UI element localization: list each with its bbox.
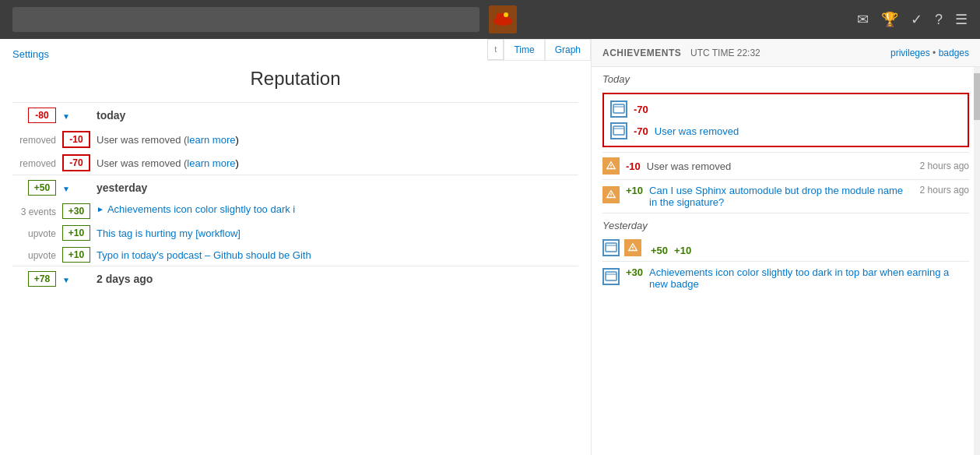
yesterday-stack-icon (624, 239, 641, 256)
yesterday-score-50: +50 (651, 245, 668, 256)
pos10-text-container: Can I use Sphinx automodule but drop the… (649, 185, 914, 208)
tab-time[interactable]: Time (504, 39, 544, 60)
yesterday-arrow[interactable]: ▼ (62, 185, 70, 193)
rep-row-typo: upvote +10 Typo in today's podcast – Git… (12, 244, 578, 266)
rep-row-workflow: upvote +10 This tag is hurting my [workf… (12, 222, 578, 244)
removed-label-1: removed (19, 135, 56, 146)
avatar[interactable] (489, 5, 517, 34)
reputation-table: -80 ▼ today removed -10 User was removed… (12, 102, 578, 291)
search-input[interactable] (12, 7, 479, 32)
learn-more-1[interactable]: learn more (187, 134, 235, 146)
upvote-label-1: upvote (28, 228, 56, 239)
yesterday-ach-icon-1 (602, 239, 620, 256)
highlight-item-text[interactable]: User was removed (655, 125, 739, 137)
today-label: today (97, 109, 575, 122)
review-icon[interactable]: ✓ (911, 11, 922, 28)
menu-icon[interactable]: ☰ (955, 11, 968, 28)
removed-text-1: User was removed ( (97, 134, 187, 146)
workflow-link[interactable]: This tag is hurting my [workflow] (97, 227, 241, 239)
badges-link[interactable]: badges (939, 48, 969, 58)
typo-link[interactable]: Typo in today's podcast – Github should … (97, 249, 311, 261)
events-label: 3 events (21, 206, 56, 217)
achievements-arrow[interactable]: ► (97, 205, 104, 213)
nav-icons: ✉ 🏆 ✓ ? ☰ (857, 11, 968, 28)
sphinx-link[interactable]: Can I use Sphinx automodule but drop the… (649, 185, 903, 208)
svg-rect-19 (606, 272, 616, 280)
achievements-title: ACHIEVEMENTS (602, 48, 681, 58)
badge-neg-10: -10 (62, 131, 90, 148)
svg-point-10 (610, 168, 611, 168)
achievements-color-link[interactable]: Achievements icon color slightly too dar… (649, 266, 949, 290)
rep-row-removed-10: removed -10 User was removed (learn more… (12, 128, 578, 151)
dot-separator: • (933, 48, 939, 58)
rep-row-achievements: 3 events +30 ► Achievements icon color s… (12, 200, 578, 222)
main-area: Settings Reputation -80 ▼ today removed (0, 39, 980, 455)
utc-time: UTC TIME 22:32 (690, 48, 760, 58)
highlight-detail-row: -70 User was removed (610, 122, 961, 139)
help-icon[interactable]: ? (935, 12, 943, 28)
ach-row-pos10: +10 Can I use Sphinx automodule but drop… (592, 180, 980, 213)
section-yesterday: +50 ▼ yesterday (12, 175, 578, 201)
badge-neg-70: -70 (62, 154, 90, 171)
scrollbar-track[interactable] (974, 67, 980, 455)
inbox-icon[interactable]: ✉ (857, 11, 869, 28)
neg10-score: -10 (626, 160, 641, 172)
achievements-score-30: +30 (626, 266, 643, 278)
pos10-score: +10 (626, 185, 643, 196)
achievements-title-group: ACHIEVEMENTS UTC TIME 22:32 (602, 47, 760, 58)
highlight-box: -70 -70 User was removed (602, 93, 969, 147)
neg10-time: 2 hours ago (920, 160, 969, 171)
learn-more-2[interactable]: learn more (187, 157, 235, 169)
today-badge: -80 (28, 108, 56, 123)
tab-t[interactable]: t (487, 39, 504, 60)
yesterday-icon-group (602, 239, 641, 256)
header-links: privileges • badges (890, 48, 969, 58)
svg-point-13 (610, 196, 611, 197)
today-arrow[interactable]: ▼ (62, 112, 70, 121)
achievement-icon-2 (610, 122, 627, 139)
achievement-icon-1 (610, 101, 627, 118)
highlight-score: -70 (634, 104, 648, 115)
2days-badge: +78 (28, 271, 56, 287)
stack-icon-2 (602, 186, 620, 203)
svg-rect-6 (613, 126, 624, 135)
left-panel: Settings Reputation -80 ▼ today removed (0, 39, 591, 455)
section-2days: +78 ▼ 2 days ago (12, 266, 578, 292)
svg-rect-4 (613, 104, 624, 113)
achievements-header: ACHIEVEMENTS UTC TIME 22:32 privileges •… (592, 39, 980, 67)
top-navigation: ✉ 🏆 ✓ ? ☰ (0, 0, 980, 39)
scrollbar-thumb[interactable] (974, 73, 980, 120)
achievements-panel: ACHIEVEMENTS UTC TIME 22:32 privileges •… (591, 39, 980, 455)
section-today: -80 ▼ today (12, 103, 578, 129)
yesterday-scores-row: +50 +10 (651, 245, 691, 256)
2days-arrow[interactable]: ▼ (62, 276, 70, 284)
yesterday-ach-icon-2 (602, 268, 620, 285)
yesterday-label: yesterday (97, 182, 575, 194)
badge-pos-10b: +10 (62, 247, 90, 263)
trophy-icon[interactable]: 🏆 (881, 11, 898, 28)
removed-text-2: User was removed ( (97, 157, 187, 169)
tabs-container: t Time Graph (487, 39, 591, 61)
privileges-link[interactable]: privileges (890, 48, 930, 58)
pos10-time: 2 hours ago (920, 185, 969, 196)
section-today-label: Today (592, 67, 980, 88)
stack-icon-1 (602, 157, 620, 175)
ach-row-achievements: +30 Achievements icon color slightly too… (592, 262, 980, 295)
badge-pos-10a: +10 (62, 225, 90, 241)
achievements-text-container: Achievements icon color slightly too dar… (649, 266, 969, 290)
2days-label: 2 days ago (97, 273, 575, 285)
nav-left (12, 5, 857, 34)
yesterday-badge: +50 (28, 180, 56, 196)
ach-row-neg10: -10 User was removed 2 hours ago (592, 153, 980, 179)
badge-pos-30: +30 (62, 203, 90, 219)
achievements-body: Today -70 -70 User was removed (592, 67, 980, 455)
rep-row-removed-70: removed -70 User was removed (learn more… (12, 151, 578, 175)
tab-graph[interactable]: Graph (545, 39, 591, 60)
upvote-label-2: upvote (28, 250, 56, 261)
yesterday-score-10: +10 (674, 245, 691, 256)
neg10-text: User was removed (647, 160, 731, 172)
svg-rect-14 (606, 243, 616, 252)
section-yesterday-label: Yesterday (592, 213, 980, 235)
reputation-title: Reputation (12, 68, 578, 90)
achievements-link[interactable]: Achievements icon color slightly too dar… (107, 203, 295, 215)
